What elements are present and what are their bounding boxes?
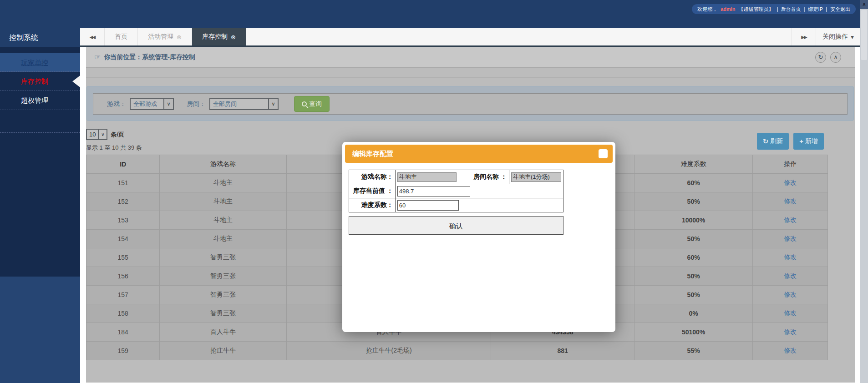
welcome-pill: 欢迎您，admin【超级管理员】 后台首页 绑定IP 安全退出 xyxy=(692,4,856,14)
difficulty-cell: 10000% xyxy=(634,211,753,230)
room-select-label: 房间： xyxy=(187,100,206,108)
topbar-link-logout[interactable]: 安全退出 xyxy=(830,6,850,13)
sidebar-item-stock-control[interactable]: 库存控制 xyxy=(0,72,80,91)
game-select-value: 全部游戏 xyxy=(131,100,163,108)
tab-home[interactable]: 首页 xyxy=(105,28,138,45)
plus-icon: + xyxy=(799,137,803,145)
sidebar-item-super-auth[interactable]: 超权管理 xyxy=(0,91,80,110)
game-name-cell: 斗地主 xyxy=(160,211,287,230)
refresh-icon[interactable]: ↻ xyxy=(815,52,826,63)
panel-divider xyxy=(86,68,855,78)
game-select[interactable]: 全部游戏 ∨ xyxy=(130,98,174,110)
edit-link[interactable]: 修改 xyxy=(784,253,797,261)
role-badge: 【超级管理员】 xyxy=(739,6,774,13)
divider xyxy=(804,7,805,12)
tabs-scroll-left-icon[interactable]: ◀◀ xyxy=(80,28,105,45)
room-name-cell: 抢庄牛牛(2毛场) xyxy=(286,342,491,360)
username: admin xyxy=(721,6,735,12)
tab-label: 活动管理 xyxy=(148,33,173,41)
game-select-label: 游戏： xyxy=(107,100,126,108)
page-size-suffix: 条/页 xyxy=(111,131,124,139)
edit-link[interactable]: 修改 xyxy=(784,272,797,279)
edit-stock-dialog: 编辑库存配置 游戏名称： 房间名称 ： 库存当前值 ： 难度 xyxy=(342,142,615,332)
stock-value-field[interactable] xyxy=(397,186,470,197)
column-header-game-name: 游戏名称 xyxy=(160,155,287,174)
id-cell: 153 xyxy=(86,211,160,230)
sidebar-item-player-control[interactable]: 玩家单控 xyxy=(0,53,80,72)
sidebar: 控制系统 玩家单控 库存控制 超权管理 xyxy=(0,28,80,383)
breadcrumb: 你当前位置：系统管理-库存控制 xyxy=(104,53,195,61)
id-cell: 152 xyxy=(86,192,160,211)
scrollbar-thumb[interactable] xyxy=(861,10,867,60)
edit-link[interactable]: 修改 xyxy=(784,179,797,186)
tab-close-icon[interactable]: ⊗ xyxy=(231,34,236,40)
room-name-field[interactable] xyxy=(511,172,561,182)
breadcrumb-bar: ☞ 你当前位置：系统管理-库存控制 ↻ ∧ xyxy=(86,47,855,68)
edit-link[interactable]: 修改 xyxy=(784,309,797,317)
game-name-cell: 斗地主 xyxy=(160,192,287,211)
table-row: 159抢庄牛牛抢庄牛牛(2毛场)88155%修改 xyxy=(86,342,828,360)
collapse-up-icon[interactable]: ∧ xyxy=(830,52,841,63)
difficulty-cell xyxy=(395,198,563,212)
game-name-cell: 斗地主 xyxy=(160,174,287,192)
id-cell: 158 xyxy=(86,304,160,323)
breadcrumb-tools: ↻ ∧ xyxy=(815,52,841,63)
game-name-cell: 百人斗牛 xyxy=(160,323,287,342)
edit-link[interactable]: 修改 xyxy=(784,328,797,335)
refresh-icon: ↻ xyxy=(763,137,769,146)
confirm-button[interactable]: 确认 xyxy=(349,216,563,235)
tab-close-icon[interactable]: ⊗ xyxy=(177,34,182,40)
filter-panel: 游戏： 全部游戏 ∨ 房间： 全部房间 ∨ 查询 xyxy=(86,86,854,121)
add-button[interactable]: + 新增 xyxy=(793,133,824,150)
stock-value-cell xyxy=(395,184,563,198)
difficulty-field[interactable] xyxy=(397,200,459,211)
scrollbar[interactable]: ∧ xyxy=(860,0,868,383)
edit-link[interactable]: 修改 xyxy=(784,197,797,205)
game-name-label: 游戏名称： xyxy=(349,170,396,184)
room-select[interactable]: 全部房间 ∨ xyxy=(209,98,279,110)
top-bar: 欢迎您，admin【超级管理员】 后台首页 绑定IP 安全退出 xyxy=(0,0,860,28)
search-button-label: 查询 xyxy=(309,100,322,108)
topbar-link-home[interactable]: 后台首页 xyxy=(781,6,801,13)
edit-link[interactable]: 修改 xyxy=(784,235,797,242)
tab-activity-management[interactable]: 活动管理 ⊗ xyxy=(138,28,192,45)
tabs-scroll-right-icon[interactable]: ▶▶ xyxy=(792,28,816,45)
breadcrumb-prefix: 你当前位置： xyxy=(104,53,142,60)
column-header-actions: 操作 xyxy=(753,155,828,174)
menu-separator xyxy=(0,110,80,133)
difficulty-cell: 50% xyxy=(634,286,753,304)
sidebar-item-label: 玩家单控 xyxy=(21,59,48,66)
action-cell: 修改 xyxy=(753,174,828,192)
game-name-field[interactable] xyxy=(397,172,457,182)
action-cell: 修改 xyxy=(753,248,828,267)
refresh-button[interactable]: ↻ 刷新 xyxy=(757,133,789,150)
search-button[interactable]: 查询 xyxy=(294,96,330,112)
scroll-up-arrow-icon[interactable]: ∧ xyxy=(860,0,868,9)
page-size-value: 10 xyxy=(87,131,98,138)
refresh-button-label: 刷新 xyxy=(770,137,783,146)
difficulty-cell: 50% xyxy=(634,192,753,211)
sidebar-item-label: 库存控制 xyxy=(21,77,48,85)
breadcrumb-path: 系统管理-库存控制 xyxy=(142,53,195,60)
id-cell: 157 xyxy=(86,286,160,304)
tab-stock-control[interactable]: 库存控制 ⊗ xyxy=(192,28,246,45)
stock-value-label: 库存当前值 ： xyxy=(349,184,396,198)
close-operations-dropdown[interactable]: 关闭操作 ▾ xyxy=(816,28,860,45)
close-operations-label: 关闭操作 xyxy=(822,33,848,41)
id-cell: 155 xyxy=(86,248,160,267)
action-cell: 修改 xyxy=(753,211,828,230)
dialog-form: 游戏名称： 房间名称 ： 库存当前值 ： 难度系数： xyxy=(349,170,563,212)
edit-link[interactable]: 修改 xyxy=(784,347,797,354)
edit-link[interactable]: 修改 xyxy=(784,291,797,298)
page-size-select[interactable]: 10 ∨ xyxy=(86,129,107,140)
topbar-link-bind-ip[interactable]: 绑定IP xyxy=(808,6,823,13)
search-icon xyxy=(302,101,307,106)
difficulty-cell: 50100% xyxy=(634,323,753,342)
action-cell: 修改 xyxy=(753,192,828,211)
edit-link[interactable]: 修改 xyxy=(784,216,797,223)
active-item-arrow-icon xyxy=(72,76,80,87)
room-select-value: 全部房间 xyxy=(210,100,268,108)
close-icon[interactable] xyxy=(599,149,608,158)
form-row: 难度系数： xyxy=(349,198,563,212)
tabbar-spacer xyxy=(246,28,792,45)
